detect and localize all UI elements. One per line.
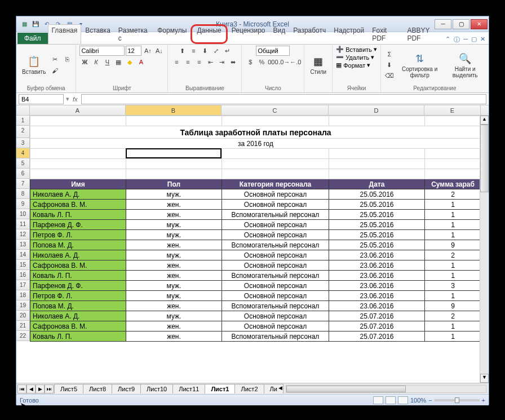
last-sheet-icon[interactable]: ⏭ (45, 384, 54, 394)
normal-view-icon[interactable] (373, 396, 383, 404)
cell-date[interactable]: 25.05.2016 (329, 210, 425, 220)
ribbon-tab-4[interactable]: Данные (191, 24, 227, 44)
increase-indent-icon[interactable]: ⇥ (216, 57, 227, 67)
cell-sum[interactable]: 1 (425, 230, 481, 240)
scroll-down-icon[interactable]: ▼ (480, 374, 489, 383)
cell[interactable] (425, 116, 481, 126)
insert-cells-button[interactable]: ➕Вставить▾ (336, 46, 377, 53)
cell-date[interactable]: 23.06.2016 (329, 260, 425, 271)
cell-category[interactable]: Основной персонал (222, 281, 329, 291)
maximize-button[interactable]: ▢ (453, 19, 469, 29)
row-header-18[interactable]: 18 (16, 290, 30, 300)
cell[interactable] (425, 169, 481, 179)
cell-category[interactable]: Основной персонал (222, 260, 329, 271)
row-header-2[interactable]: 2 (16, 126, 30, 138)
cell-date[interactable]: 25.05.2016 (329, 200, 425, 210)
cell-sum[interactable]: 1 (425, 331, 481, 342)
row-header-12[interactable]: 12 (16, 229, 30, 240)
row-header-6[interactable]: 6 (16, 169, 30, 179)
align-top-icon[interactable]: ⬆ (177, 46, 187, 56)
ribbon-tab-3[interactable]: Формулы (153, 24, 191, 44)
find-select-button[interactable]: 🔍 Найти и выделить (445, 51, 485, 79)
cell-date[interactable]: 25.05.2016 (329, 240, 425, 250)
cell-category[interactable]: Основной персонал (222, 189, 329, 200)
scroll-thumb[interactable] (480, 125, 489, 192)
cell-date[interactable]: 23.06.2016 (329, 291, 425, 301)
row-header-14[interactable]: 14 (16, 250, 30, 260)
cell-gender[interactable]: жен. (126, 240, 222, 250)
percent-icon[interactable]: % (256, 57, 267, 67)
ribbon-tab-9[interactable]: Foxit PDF (368, 24, 403, 44)
underline-icon[interactable]: Ч (102, 57, 112, 67)
cell[interactable] (329, 116, 425, 126)
cell-date[interactable]: 23.06.2016 (329, 250, 425, 260)
cell-date[interactable]: 25.07.2016 (329, 321, 425, 331)
cell-category[interactable]: Основной персонал (222, 321, 329, 331)
cell-name[interactable]: Сафронова В. М. (30, 321, 126, 331)
align-left-icon[interactable]: ≡ (171, 57, 181, 67)
row-header-3[interactable]: 3 (16, 138, 30, 148)
close-button[interactable]: ✕ (471, 19, 488, 29)
sheet-tab-Лист1[interactable]: Лист1 (205, 384, 235, 394)
cell-gender[interactable]: жен. (126, 210, 222, 220)
cell-date[interactable]: 23.06.2016 (329, 271, 425, 281)
zoom-in-icon[interactable]: + (482, 397, 485, 404)
row-header-15[interactable]: 15 (16, 260, 30, 270)
align-bottom-icon[interactable]: ⬇ (200, 46, 210, 56)
col-header-D[interactable]: D (329, 105, 424, 115)
ribbon-tab-6[interactable]: Вид (269, 24, 290, 44)
cell-sum[interactable]: 2 (425, 250, 481, 260)
cell-sum[interactable]: 2 (425, 189, 481, 200)
col-header-E[interactable]: E (424, 105, 481, 115)
cell-sum[interactable]: 1 (425, 321, 481, 331)
col-header-C[interactable]: C (222, 105, 329, 115)
cell-gender[interactable]: муж. (126, 250, 222, 260)
row-header-10[interactable]: 10 (16, 209, 30, 219)
cell-gender[interactable]: муж. (126, 220, 222, 230)
cell[interactable] (329, 149, 425, 159)
ribbon-tab-7[interactable]: Разработч (289, 24, 330, 44)
bold-icon[interactable]: Ж (79, 57, 90, 67)
cut-icon[interactable]: ✂ (50, 54, 60, 64)
cell-gender[interactable]: муж. (126, 189, 222, 200)
cell[interactable] (329, 159, 425, 169)
shrink-font-icon[interactable]: A↓ (154, 46, 164, 56)
row-header-13[interactable]: 13 (16, 240, 30, 250)
help-icon[interactable]: ⓘ (454, 36, 460, 44)
cell-sum[interactable]: 1 (425, 291, 481, 301)
cell-name[interactable]: Николаев А. Д. (30, 189, 126, 200)
row-header-22[interactable]: 22 (16, 331, 30, 341)
row-header-20[interactable]: 20 (16, 311, 30, 321)
cell[interactable] (222, 116, 329, 126)
sheet-tab-Лист5[interactable]: Лист5 (54, 384, 83, 394)
cell-category[interactable]: Вспомогательный персонал (222, 271, 329, 281)
styles-button[interactable]: ▦ Стили (308, 54, 329, 76)
cell-sum[interactable]: 2 (425, 311, 481, 321)
fill-color-icon[interactable]: ◆ (125, 57, 135, 67)
sheet-subtitle[interactable]: за 2016 год (30, 139, 481, 149)
row-header-1[interactable]: 1 (16, 116, 30, 126)
cell[interactable] (222, 169, 329, 179)
row-header-17[interactable]: 17 (16, 280, 30, 290)
cell-name[interactable]: Сафронова В. М. (30, 200, 126, 210)
cell-date[interactable]: 23.06.2016 (329, 281, 425, 291)
col-header-A[interactable]: A (30, 105, 126, 115)
cell-gender[interactable]: муж. (126, 291, 222, 301)
hscroll-thumb[interactable] (286, 386, 406, 392)
cell-name[interactable]: Петров Ф. Л. (30, 291, 126, 301)
minimize-ribbon-icon[interactable]: ⌃ (445, 36, 450, 44)
table-header-3[interactable]: Дата (329, 179, 425, 189)
format-painter-icon[interactable]: 🖌 (50, 65, 60, 76)
cell-sum[interactable]: 3 (425, 281, 481, 291)
row-header-11[interactable]: 11 (16, 219, 30, 229)
cell-gender[interactable]: жен. (126, 200, 222, 210)
formula-input[interactable] (81, 94, 486, 104)
row-header-7[interactable]: 7 (16, 179, 30, 189)
cell[interactable] (126, 169, 222, 179)
ribbon-tab-0[interactable]: Главная (48, 24, 82, 44)
cell[interactable] (425, 149, 481, 159)
cell-category[interactable]: Вспомогательный персонал (222, 210, 329, 220)
copy-icon[interactable]: ⎘ (62, 54, 72, 64)
cell-name[interactable]: Парфенов Д. Ф. (30, 281, 126, 291)
ribbon-tab-2[interactable]: Разметка с (114, 24, 153, 44)
